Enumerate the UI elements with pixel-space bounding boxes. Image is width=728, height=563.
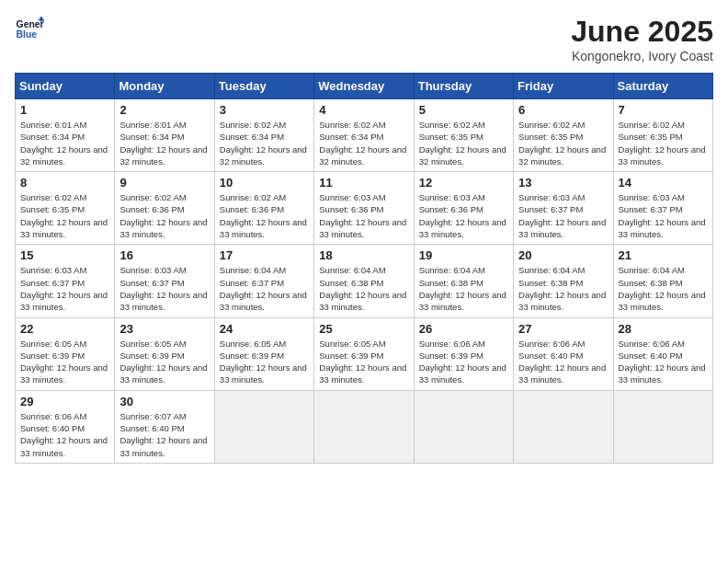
calendar-cell	[414, 390, 513, 463]
day-info: Sunrise: 6:05 AM Sunset: 6:39 PM Dayligh…	[119, 338, 209, 386]
calendar-cell: 3 Sunrise: 6:02 AM Sunset: 6:34 PM Dayli…	[214, 99, 313, 172]
day-number: 9	[119, 176, 209, 190]
day-info: Sunrise: 6:02 AM Sunset: 6:34 PM Dayligh…	[319, 119, 408, 167]
day-number: 10	[220, 176, 309, 190]
day-info: Sunrise: 6:05 AM Sunset: 6:39 PM Dayligh…	[20, 338, 109, 386]
day-info: Sunrise: 6:01 AM Sunset: 6:34 PM Dayligh…	[20, 119, 109, 167]
day-number: 28	[619, 322, 708, 336]
day-info: Sunrise: 6:03 AM Sunset: 6:37 PM Dayligh…	[518, 191, 608, 240]
day-number: 6	[518, 103, 608, 117]
calendar-cell: 10 Sunrise: 6:02 AM Sunset: 6:36 PM Dayl…	[214, 172, 313, 245]
weekday-header-saturday: Saturday	[613, 74, 712, 99]
calendar-cell: 5 Sunrise: 6:02 AM Sunset: 6:35 PM Dayli…	[414, 99, 513, 172]
calendar-week-4: 22 Sunrise: 6:05 AM Sunset: 6:39 PM Dayl…	[16, 317, 713, 390]
calendar-table: SundayMondayTuesdayWednesdayThursdayFrid…	[15, 73, 713, 464]
day-number: 29	[20, 395, 109, 408]
day-info: Sunrise: 6:06 AM Sunset: 6:40 PM Dayligh…	[20, 410, 109, 459]
calendar-cell: 9 Sunrise: 6:02 AM Sunset: 6:36 PM Dayli…	[115, 172, 214, 245]
calendar-cell: 20 Sunrise: 6:04 AM Sunset: 6:38 PM Dayl…	[514, 245, 613, 317]
weekday-header-friday: Friday	[514, 74, 613, 99]
day-info: Sunrise: 6:06 AM Sunset: 6:40 PM Dayligh…	[518, 338, 608, 386]
calendar-cell: 17 Sunrise: 6:04 AM Sunset: 6:37 PM Dayl…	[214, 245, 313, 317]
day-number: 23	[119, 322, 209, 336]
day-number: 3	[220, 103, 309, 117]
day-number: 12	[419, 176, 508, 190]
day-number: 24	[220, 322, 309, 336]
weekday-header-monday: Monday	[115, 74, 214, 99]
calendar-cell: 15 Sunrise: 6:03 AM Sunset: 6:37 PM Dayl…	[16, 245, 115, 317]
calendar-cell: 29 Sunrise: 6:06 AM Sunset: 6:40 PM Dayl…	[16, 390, 115, 463]
day-number: 25	[319, 322, 408, 336]
calendar-week-1: 1 Sunrise: 6:01 AM Sunset: 6:34 PM Dayli…	[16, 99, 713, 172]
day-number: 21	[619, 248, 708, 262]
calendar-cell: 11 Sunrise: 6:03 AM Sunset: 6:36 PM Dayl…	[314, 172, 414, 245]
day-info: Sunrise: 6:06 AM Sunset: 6:40 PM Dayligh…	[619, 338, 708, 386]
calendar-cell: 27 Sunrise: 6:06 AM Sunset: 6:40 PM Dayl…	[514, 317, 613, 390]
day-info: Sunrise: 6:05 AM Sunset: 6:39 PM Dayligh…	[319, 338, 408, 386]
day-number: 2	[119, 103, 209, 117]
day-number: 8	[20, 176, 109, 190]
calendar-week-5: 29 Sunrise: 6:06 AM Sunset: 6:40 PM Dayl…	[16, 390, 713, 463]
day-info: Sunrise: 6:01 AM Sunset: 6:34 PM Dayligh…	[119, 119, 209, 167]
calendar-cell: 30 Sunrise: 6:07 AM Sunset: 6:40 PM Dayl…	[115, 390, 214, 463]
calendar-cell: 1 Sunrise: 6:01 AM Sunset: 6:34 PM Dayli…	[16, 99, 115, 172]
day-number: 17	[220, 248, 309, 262]
day-number: 13	[518, 176, 608, 190]
day-info: Sunrise: 6:02 AM Sunset: 6:34 PM Dayligh…	[220, 119, 309, 167]
day-info: Sunrise: 6:04 AM Sunset: 6:38 PM Dayligh…	[619, 264, 708, 313]
day-info: Sunrise: 6:03 AM Sunset: 6:37 PM Dayligh…	[119, 264, 209, 313]
calendar-week-2: 8 Sunrise: 6:02 AM Sunset: 6:35 PM Dayli…	[16, 172, 713, 245]
calendar-week-3: 15 Sunrise: 6:03 AM Sunset: 6:37 PM Dayl…	[16, 245, 713, 317]
month-title: June 2025	[571, 15, 713, 49]
calendar-cell: 21 Sunrise: 6:04 AM Sunset: 6:38 PM Dayl…	[613, 245, 712, 317]
day-info: Sunrise: 6:03 AM Sunset: 6:37 PM Dayligh…	[20, 264, 109, 313]
calendar-cell: 13 Sunrise: 6:03 AM Sunset: 6:37 PM Dayl…	[514, 172, 613, 245]
day-number: 20	[518, 248, 608, 262]
svg-text:General: General	[17, 19, 44, 29]
calendar-cell: 25 Sunrise: 6:05 AM Sunset: 6:39 PM Dayl…	[314, 317, 414, 390]
day-info: Sunrise: 6:03 AM Sunset: 6:36 PM Dayligh…	[319, 191, 408, 240]
day-number: 14	[619, 176, 708, 190]
day-number: 5	[419, 103, 508, 117]
day-number: 18	[319, 248, 408, 262]
day-number: 7	[619, 103, 708, 117]
calendar-cell: 8 Sunrise: 6:02 AM Sunset: 6:35 PM Dayli…	[16, 172, 115, 245]
calendar-cell: 23 Sunrise: 6:05 AM Sunset: 6:39 PM Dayl…	[115, 317, 214, 390]
day-info: Sunrise: 6:07 AM Sunset: 6:40 PM Dayligh…	[119, 410, 209, 459]
day-info: Sunrise: 6:06 AM Sunset: 6:39 PM Dayligh…	[419, 338, 508, 386]
svg-text:Blue: Blue	[17, 29, 38, 40]
calendar-cell: 14 Sunrise: 6:03 AM Sunset: 6:37 PM Dayl…	[613, 172, 712, 245]
day-info: Sunrise: 6:02 AM Sunset: 6:35 PM Dayligh…	[419, 119, 508, 167]
day-info: Sunrise: 6:02 AM Sunset: 6:36 PM Dayligh…	[220, 191, 309, 240]
day-number: 22	[20, 322, 109, 336]
calendar-cell: 16 Sunrise: 6:03 AM Sunset: 6:37 PM Dayl…	[115, 245, 214, 317]
calendar-cell	[214, 390, 313, 463]
day-number: 16	[119, 248, 209, 262]
day-info: Sunrise: 6:04 AM Sunset: 6:38 PM Dayligh…	[419, 264, 508, 313]
day-number: 11	[319, 176, 408, 190]
calendar-cell: 7 Sunrise: 6:02 AM Sunset: 6:35 PM Dayli…	[613, 99, 712, 172]
weekday-header-row: SundayMondayTuesdayWednesdayThursdayFrid…	[16, 74, 713, 99]
day-info: Sunrise: 6:03 AM Sunset: 6:37 PM Dayligh…	[619, 191, 708, 240]
calendar-cell	[613, 390, 712, 463]
calendar-cell	[514, 390, 613, 463]
calendar-cell: 26 Sunrise: 6:06 AM Sunset: 6:39 PM Dayl…	[414, 317, 513, 390]
calendar-cell: 12 Sunrise: 6:03 AM Sunset: 6:36 PM Dayl…	[414, 172, 513, 245]
day-number: 4	[319, 103, 408, 117]
calendar-cell: 19 Sunrise: 6:04 AM Sunset: 6:38 PM Dayl…	[414, 245, 513, 317]
page-header: General Blue June 2025 Kongonekro, Ivory…	[15, 15, 713, 63]
day-info: Sunrise: 6:02 AM Sunset: 6:35 PM Dayligh…	[20, 191, 109, 240]
weekday-header-thursday: Thursday	[414, 74, 513, 99]
logo: General Blue	[15, 15, 44, 44]
calendar-cell: 4 Sunrise: 6:02 AM Sunset: 6:34 PM Dayli…	[314, 99, 414, 172]
day-info: Sunrise: 6:02 AM Sunset: 6:36 PM Dayligh…	[119, 191, 209, 240]
day-info: Sunrise: 6:03 AM Sunset: 6:36 PM Dayligh…	[419, 191, 508, 240]
day-number: 19	[419, 248, 508, 262]
day-number: 26	[419, 322, 508, 336]
location-subtitle: Kongonekro, Ivory Coast	[571, 49, 713, 63]
calendar-cell: 18 Sunrise: 6:04 AM Sunset: 6:38 PM Dayl…	[314, 245, 414, 317]
day-info: Sunrise: 6:05 AM Sunset: 6:39 PM Dayligh…	[220, 338, 309, 386]
calendar-cell: 6 Sunrise: 6:02 AM Sunset: 6:35 PM Dayli…	[514, 99, 613, 172]
day-info: Sunrise: 6:02 AM Sunset: 6:35 PM Dayligh…	[619, 119, 708, 167]
day-info: Sunrise: 6:04 AM Sunset: 6:38 PM Dayligh…	[319, 264, 408, 313]
